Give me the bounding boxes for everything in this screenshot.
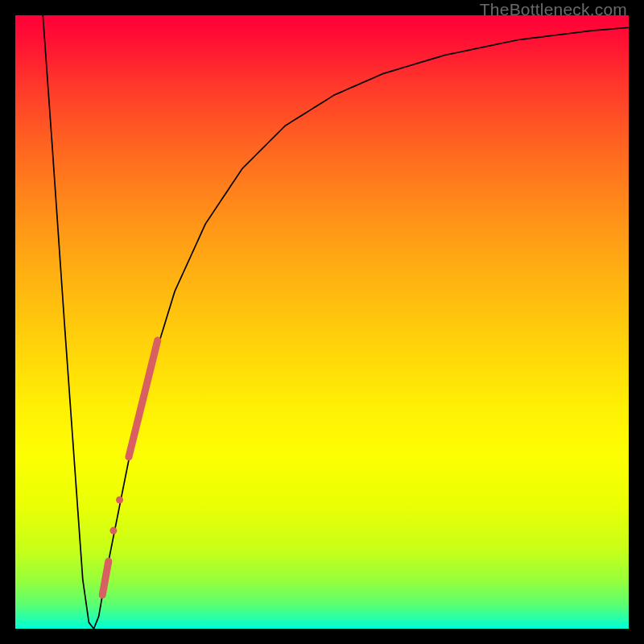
highlight-segment-upper	[129, 341, 158, 457]
chart-frame: TheBottleneck.com	[0, 0, 644, 644]
chart-svg	[15, 15, 629, 629]
highlight-dot-1	[109, 527, 117, 535]
highlight-dot-2	[116, 496, 123, 503]
plot-area	[15, 15, 629, 629]
svg-point-0	[109, 527, 117, 535]
highlight-segment-lower	[102, 561, 109, 595]
watermark-text: TheBottleneck.com	[480, 0, 627, 19]
bottleneck-curve	[43, 15, 629, 629]
svg-point-1	[116, 496, 123, 503]
